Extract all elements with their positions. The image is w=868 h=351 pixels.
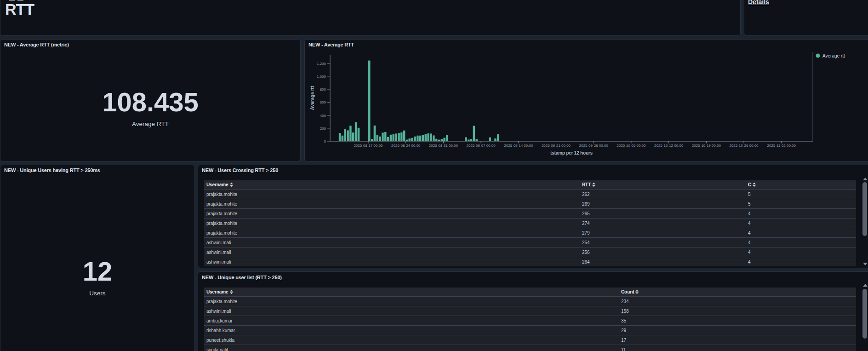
scrollbar-down-arrow[interactable]	[863, 263, 868, 265]
cell: ashwini.mali	[206, 250, 231, 255]
bar	[382, 132, 384, 141]
cell: ashwini.mali	[206, 240, 231, 245]
column-header-username[interactable]: Username	[206, 182, 233, 187]
cell: prajakta.mohite	[206, 211, 237, 216]
panel-title: NEW - Unique user list (RTT > 250)	[202, 275, 282, 280]
bar	[468, 139, 470, 141]
bar	[475, 139, 478, 141]
bar	[368, 61, 371, 141]
column-header-username[interactable]: Username	[206, 289, 233, 294]
svg-text:400: 400	[320, 114, 326, 118]
cell: ambuj.kumar	[206, 318, 233, 323]
svg-text:2025-09-21 00:00: 2025-09-21 00:00	[542, 144, 571, 148]
toolbar-remnant	[9, 0, 15, 1]
toolbar-remnant	[17, 0, 23, 1]
table-row: prajakta.mohite2625	[204, 189, 856, 199]
bar	[425, 134, 427, 141]
svg-text:1,000: 1,000	[317, 75, 326, 79]
svg-text:2025-08-24 00:00: 2025-08-24 00:00	[391, 144, 421, 148]
cell: rishabh.kumar	[206, 328, 235, 333]
cell: ashwini.mali	[206, 259, 231, 265]
bar	[422, 135, 424, 141]
table-row: prajakta.mohite2744	[204, 218, 856, 228]
bar	[465, 137, 467, 141]
bar	[435, 139, 438, 141]
bar	[433, 135, 435, 141]
bar	[411, 138, 413, 141]
svg-text:2025-10-19 00:00: 2025-10-19 00:00	[692, 144, 721, 148]
cell: 4	[748, 230, 750, 236]
column-header-rtt[interactable]: RTT	[582, 182, 595, 187]
svg-text:2025-10-12 00:00: 2025-10-12 00:00	[654, 144, 684, 148]
bar	[443, 138, 445, 141]
bar	[427, 133, 429, 141]
bar	[384, 132, 387, 141]
cell: 269	[582, 201, 589, 207]
bar	[441, 139, 443, 141]
bar	[358, 128, 360, 141]
column-header-count[interactable]: Count	[621, 289, 639, 294]
table-row: sunita.patil11	[204, 345, 856, 351]
svg-text:600: 600	[320, 100, 326, 104]
svg-text:2025-08-17 00:00: 2025-08-17 00:00	[354, 144, 383, 148]
table-row: ashwini.mali2544	[204, 237, 856, 247]
cell: 265	[582, 211, 589, 216]
rtt-bar-chart[interactable]: 02004006008001,0001,2002025-08-17 00:002…	[305, 40, 868, 161]
svg-text:2025-11-02 00:00: 2025-11-02 00:00	[767, 144, 796, 148]
svg-text:1,200: 1,200	[317, 62, 326, 66]
sort-icon	[753, 183, 756, 187]
cell: 274	[582, 221, 589, 226]
cell: 35	[621, 318, 626, 323]
bar	[347, 130, 349, 141]
panel-chart-average-rtt: NEW - Average RTT 02004006008001,0001,20…	[304, 39, 868, 161]
cell: 262	[582, 192, 589, 197]
cell: 29	[621, 328, 626, 333]
cell: 17	[621, 338, 626, 343]
table-row: puneet.shukla17	[204, 335, 856, 345]
bar	[419, 136, 422, 141]
panel-markdown-details: Details	[744, 0, 868, 36]
panel-metric-average-rtt: NEW - Average RTT (metric) 108.435 Avera…	[0, 39, 301, 161]
svg-text:0: 0	[324, 139, 326, 144]
table-row: ashwini.mali2564	[204, 247, 856, 257]
details-link[interactable]: Details	[748, 0, 769, 6]
bar	[497, 134, 499, 141]
svg-text:2025-10-05 00:00: 2025-10-05 00:00	[617, 144, 646, 148]
table-header-row: UsernameRTTC	[204, 180, 856, 189]
panel-title: NEW - Unique Users having RTT > 250ms	[4, 167, 100, 173]
cell: prajakta.mohite	[206, 201, 237, 207]
users-crossing-table: UsernameRTTCprajakta.mohite2625prajakta.…	[204, 180, 856, 266]
average-rtt-label: Average RTT	[0, 121, 300, 128]
sort-icon	[230, 183, 233, 187]
scrollbar-up-arrow[interactable]	[863, 178, 868, 180]
svg-text:200: 200	[320, 127, 326, 131]
bar	[438, 140, 440, 141]
dashboard-heading: RTT	[5, 1, 34, 17]
table-row: prajakta.mohite2695	[204, 199, 856, 208]
bar	[377, 135, 379, 141]
y-axis-title: Average rtt	[310, 86, 315, 110]
bar	[355, 122, 357, 141]
svg-text:800: 800	[320, 87, 326, 92]
bar	[352, 132, 354, 141]
scrollbar-thumb[interactable]	[862, 182, 867, 236]
scrollbar-thumb[interactable]	[862, 289, 867, 339]
cell: 4	[748, 250, 750, 255]
bar	[344, 129, 346, 141]
bar	[398, 133, 400, 141]
bar	[390, 135, 392, 141]
column-header-c[interactable]: C	[748, 182, 756, 187]
cell: 234	[621, 299, 628, 304]
cell: prajakta.mohite	[206, 230, 237, 236]
bar	[414, 137, 416, 141]
panel-metric-unique-users: NEW - Unique Users having RTT > 250ms 12…	[0, 165, 195, 351]
legend-label[interactable]: Average rtt	[822, 53, 845, 58]
scrollbar-up-arrow[interactable]	[863, 284, 868, 287]
cell: 264	[582, 259, 589, 265]
sort-icon	[230, 290, 233, 294]
table-row: ashwini.mali158	[204, 306, 856, 316]
cell: 256	[582, 250, 589, 255]
table-row: prajakta.mohite2794	[204, 228, 856, 237]
bar	[400, 132, 403, 141]
table-row: ashwini.mali2644	[204, 257, 856, 266]
